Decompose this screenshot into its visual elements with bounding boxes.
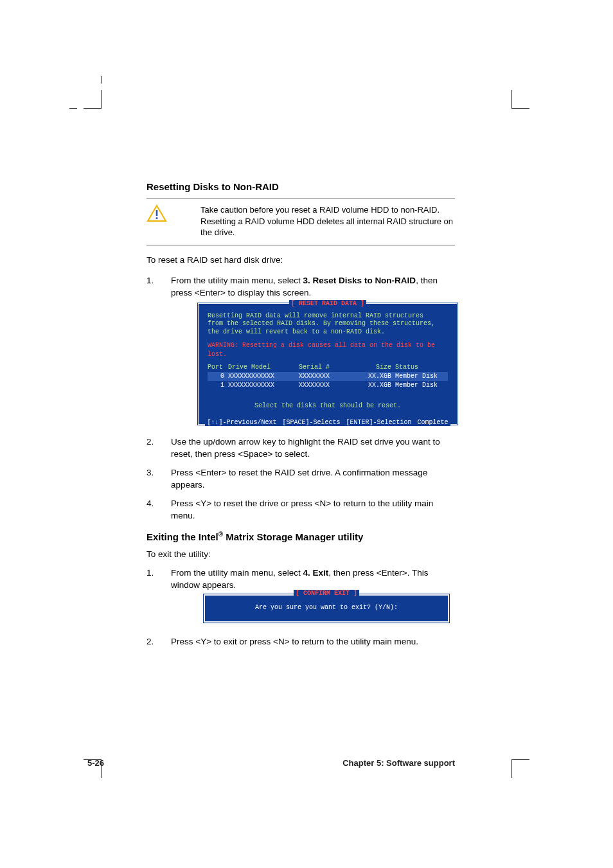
bios-reset-panel: [ RESET RAID DATA ] Resetting RAID data …	[197, 302, 459, 427]
lead-text-reset: To reset a RAID set hard disk drive:	[147, 254, 455, 266]
menu-option-bold: 4. Exit	[303, 568, 329, 578]
step-number: 2.	[147, 436, 154, 448]
bios-title: [ CONFIRM EXIT ]	[205, 589, 448, 598]
step-3: 3. Press <Enter> to reset the RAID set d…	[147, 467, 455, 492]
bios-info-line: the drive will revert back to a non-RAID…	[208, 328, 448, 337]
step-number: 1.	[147, 275, 154, 287]
caution-box: Take caution before you reset a RAID vol…	[147, 199, 455, 245]
caution-icon	[147, 204, 167, 225]
step-number: 3.	[147, 467, 154, 479]
bios-info-line: Resetting RAID data will remove internal…	[208, 312, 448, 321]
bios-table-header: Port Drive Model Serial # Size Status	[208, 363, 448, 372]
lead-text-exit: To exit the utility:	[147, 549, 455, 560]
bios-confirm-exit-panel: [ CONFIRM EXIT ] Are you sure you want t…	[202, 592, 451, 624]
bios-prompt: Select the disks that should be reset.	[199, 391, 457, 417]
bios-table-row: 0 XXXXXXXXXXXX XXXXXXXX XX.XGB Member Di…	[208, 372, 448, 381]
step-text: Use the up/down arrow key to highlight t…	[171, 437, 440, 459]
bios-confirm-msg: Are you sure you want to exit? (Y/N):	[205, 603, 448, 612]
section-heading-exit: Exiting the Intel® Matrix Storage Manage…	[147, 531, 455, 542]
step-text: Press <Y> to reset the drive or press <N…	[171, 499, 433, 520]
section-heading-reset: Resetting Disks to Non-RAID	[147, 181, 455, 192]
bios-table-row: 1 XXXXXXXXXXXX XXXXXXXX XX.XGB Member Di…	[208, 381, 448, 390]
bios-title: [ RESET RAID DATA ]	[199, 299, 457, 308]
bios-info-line: from the selected RAID disks. By removin…	[208, 320, 448, 328]
step-4: 4. Press <Y> to reset the drive or press…	[147, 498, 455, 522]
svg-point-1	[155, 217, 157, 219]
menu-option-bold: 3. Reset Disks to Non-RAID	[303, 276, 416, 285]
step-number: 2.	[147, 636, 154, 648]
bios-footer-hints: [↑↓]-Previous/Next [SPACE]-Selects [ENTE…	[199, 417, 457, 429]
step-2: 2. Use the up/down arrow key to highligh…	[147, 436, 455, 461]
bios-warning: WARNING: Resetting a disk causes all dat…	[199, 339, 457, 363]
svg-rect-0	[156, 210, 158, 216]
step-text: From the utility main menu, select	[171, 568, 303, 578]
step-2: 2. Press <Y> to exit or press <N> to ret…	[147, 636, 455, 648]
step-text: Press <Y> to exit or press <N> to return…	[171, 637, 418, 646]
page-footer: 5-26 Chapter 5: Software support	[87, 758, 455, 768]
caution-text: Take caution before you reset a RAID vol…	[200, 204, 455, 238]
step-text: From the utility main menu, select	[171, 276, 303, 285]
chapter-label: Chapter 5: Software support	[342, 758, 455, 768]
step-number: 4.	[147, 498, 154, 510]
step-1: 1. From the utility main menu, select 3.…	[147, 275, 455, 426]
step-text: Press <Enter> to reset the RAID set driv…	[171, 468, 427, 490]
step-1: 1. From the utility main menu, select 4.…	[147, 567, 455, 625]
step-number: 1.	[147, 567, 154, 580]
page-number: 5-26	[87, 758, 104, 768]
